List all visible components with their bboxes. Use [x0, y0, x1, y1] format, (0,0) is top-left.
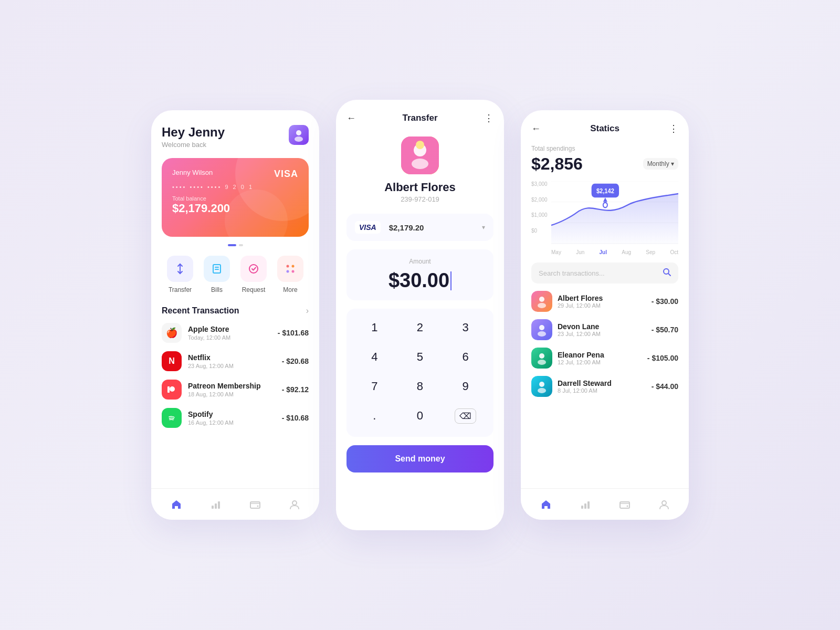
- user-avatar[interactable]: [289, 125, 309, 145]
- svg-rect-44: [584, 503, 586, 509]
- svg-rect-45: [587, 501, 590, 509]
- key-6[interactable]: 6: [447, 343, 485, 371]
- search-placeholder: Search transactions...: [539, 269, 658, 277]
- statics-back-button[interactable]: ←: [531, 123, 541, 134]
- statics-nav-home[interactable]: [534, 493, 558, 516]
- svg-rect-12: [167, 386, 170, 393]
- txn-patreon[interactable]: Patreon Membership 18 Aug, 12:00 AM - $9…: [162, 380, 309, 400]
- qa-more[interactable]: More: [277, 256, 303, 293]
- statics-nav-profile[interactable]: [653, 493, 676, 516]
- amount-label: Amount: [355, 258, 485, 265]
- svg-rect-15: [215, 503, 217, 509]
- svg-point-10: [292, 270, 295, 273]
- txn-darrell-amount: - $44.00: [652, 382, 678, 391]
- nav-home[interactable]: [165, 493, 188, 516]
- statics-txn-albert[interactable]: Albert Flores 29 Jul, 12:00 AM - $30.00: [531, 291, 678, 312]
- numpad-row-4: . 0 ⌫: [352, 402, 488, 429]
- svg-point-22: [412, 159, 428, 169]
- credit-card[interactable]: Jenny Wilson VISA •••• •••• •••• 9 2 0 1…: [162, 158, 309, 237]
- av-eleanor: [531, 348, 552, 369]
- statics-more-button[interactable]: ⋮: [669, 123, 678, 134]
- qa-request-label: Request: [242, 286, 266, 293]
- key-4[interactable]: 4: [355, 343, 393, 371]
- nav-profile[interactable]: [283, 493, 306, 516]
- qa-transfer-label: Transfer: [169, 286, 192, 293]
- txn-apple-info: Apple Store Today, 12:00 AM: [188, 325, 271, 341]
- svg-point-11: [170, 386, 175, 392]
- statics-txn-darrell[interactable]: Darrell Steward 8 Jul, 12:00 AM - $44.00: [531, 376, 678, 397]
- dot-2: [239, 244, 243, 246]
- qa-request[interactable]: Request: [240, 256, 267, 293]
- statics-nav-chart[interactable]: [574, 493, 597, 516]
- av-albert: [531, 291, 552, 312]
- search-bar[interactable]: Search transactions...: [531, 262, 678, 284]
- svg-point-1: [295, 136, 303, 142]
- svg-point-47: [626, 505, 628, 507]
- svg-point-32: [603, 203, 607, 208]
- qa-bills[interactable]: Bills: [204, 256, 230, 293]
- qa-more-label: More: [283, 286, 297, 293]
- txn-netflix-amount: - $20.68: [282, 357, 309, 365]
- svg-point-48: [662, 501, 666, 505]
- amount-display: $30.00: [355, 269, 485, 292]
- svg-point-19: [292, 501, 297, 505]
- numpad: 1 2 3 4 5 6 7 8 9 .: [346, 309, 494, 437]
- text-cursor: [450, 271, 452, 290]
- key-3[interactable]: 3: [447, 314, 485, 341]
- search-icon: [663, 268, 671, 278]
- av-devon: [531, 319, 552, 340]
- amount-section: Amount $30.00: [346, 249, 494, 300]
- card-balance-label: Total balance: [172, 195, 298, 202]
- statics-nav-wallet[interactable]: [613, 493, 636, 516]
- back-button[interactable]: ←: [346, 113, 356, 124]
- recipient-avatar: [401, 136, 439, 174]
- card-selector[interactable]: VISA $2,179.20 ▾: [346, 214, 494, 241]
- greeting-sub: Welcome back: [162, 141, 225, 149]
- card-wrapper: Jenny Wilson VISA •••• •••• •••• 9 2 0 1…: [162, 158, 309, 237]
- key-0[interactable]: 0: [401, 402, 439, 429]
- chart-y-labels: $3,000 $2,000 $1,000 $0: [531, 181, 548, 234]
- svg-rect-17: [250, 502, 260, 508]
- svg-point-6: [249, 265, 258, 273]
- txn-apple[interactable]: 🍎 Apple Store Today, 12:00 AM - $101.68: [162, 323, 309, 343]
- card-amount: $2,179.20: [389, 223, 476, 232]
- recipient-section: Albert Flores 239-972-019: [346, 136, 494, 203]
- txn-albert-info: Albert Flores 29 Jul, 12:00 AM: [558, 294, 646, 309]
- svg-point-39: [539, 353, 544, 359]
- txn-albert-amount: - $30.00: [652, 297, 678, 306]
- key-7[interactable]: 7: [355, 373, 393, 400]
- nav-wallet[interactable]: [244, 493, 267, 516]
- svg-point-40: [538, 360, 546, 365]
- txn-spotify[interactable]: Spotify 16 Aug, 12:00 AM - $10.68: [162, 408, 309, 428]
- key-dot[interactable]: .: [355, 402, 393, 429]
- numpad-row-2: 4 5 6: [352, 343, 488, 371]
- key-del[interactable]: ⌫: [447, 402, 485, 429]
- key-8[interactable]: 8: [401, 373, 439, 400]
- txn-patreon-info: Patreon Membership 18 Aug, 12:00 AM: [188, 382, 276, 397]
- svg-point-37: [539, 325, 544, 330]
- recipient-id: 239-972-019: [401, 195, 439, 203]
- svg-marker-31: [603, 197, 607, 202]
- recipient-name: Albert Flores: [384, 181, 456, 194]
- statics-txn-eleanor[interactable]: Eleanor Pena 12 Jul, 12:00 AM - $105.00: [531, 348, 678, 369]
- txn-devon-amount: - $50.70: [652, 326, 678, 334]
- key-9[interactable]: 9: [447, 373, 485, 400]
- more-menu-button[interactable]: ⋮: [484, 112, 494, 124]
- svg-point-0: [296, 130, 301, 135]
- send-money-button[interactable]: Send money: [346, 445, 494, 472]
- key-2[interactable]: 2: [401, 314, 439, 341]
- txn-spotify-icon: [162, 408, 182, 428]
- qa-bills-label: Bills: [211, 286, 223, 293]
- chart-x-labels: May Jun Jul Aug Sep Oct: [551, 249, 678, 255]
- txn-netflix[interactable]: N Netflix 23 Aug, 12:00 AM - $20.68: [162, 351, 309, 371]
- monthly-selector[interactable]: Monthly ▾: [643, 158, 678, 170]
- key-5[interactable]: 5: [401, 343, 439, 371]
- txn-eleanor-info: Eleanor Pena 12 Jul, 12:00 AM: [558, 351, 642, 365]
- statics-txn-devon[interactable]: Devon Lane 23 Jul, 12:00 AM - $50.70: [531, 319, 678, 340]
- key-1[interactable]: 1: [355, 314, 393, 341]
- nav-chart[interactable]: [204, 493, 227, 516]
- recent-arrow[interactable]: ›: [306, 306, 309, 316]
- dropdown-arrow-icon: ▾: [482, 224, 485, 231]
- qa-transfer[interactable]: Transfer: [167, 256, 193, 293]
- svg-point-24: [416, 141, 424, 149]
